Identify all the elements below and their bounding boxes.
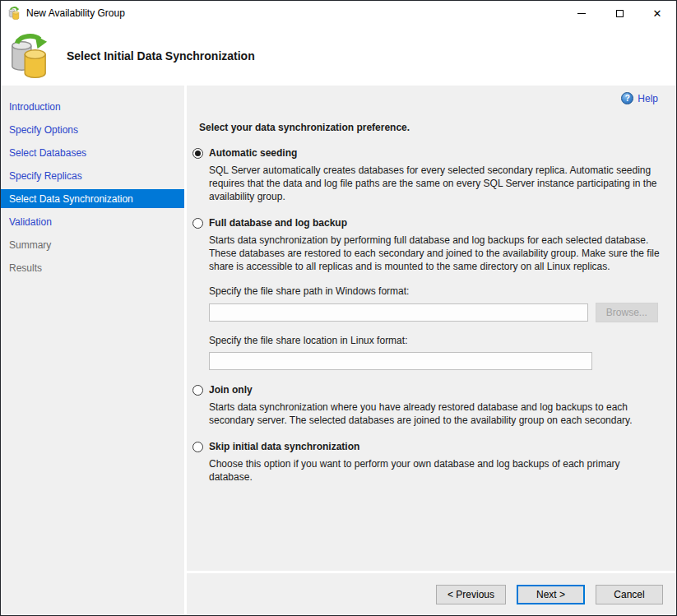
skip-sync-label: Skip initial data synchronization [209, 441, 359, 452]
full-backup-radio[interactable] [192, 218, 203, 229]
linux-share-field: Specify the file share location in Linux… [209, 335, 658, 370]
option-full-backup: Full database and log backup Starts data… [192, 217, 658, 370]
automatic-seeding-radio-row[interactable]: Automatic seeding [192, 147, 658, 159]
maximize-button[interactable] [600, 1, 638, 25]
linux-share-label: Specify the file share location in Linux… [209, 335, 658, 346]
help-link[interactable]: ? Help [621, 92, 658, 104]
cancel-button[interactable]: Cancel [596, 585, 663, 604]
content-column: ? Help Select your data synchronization … [187, 86, 676, 615]
full-backup-label: Full database and log backup [209, 217, 347, 229]
skip-sync-description: Choose this option if you want to perfor… [209, 457, 661, 484]
sync-preference-prompt: Select your data synchronization prefere… [199, 122, 658, 133]
sidebar-item-introduction[interactable]: Introduction [1, 95, 184, 118]
sidebar-item-results: Results [1, 257, 184, 280]
data-sync-databases-icon [9, 32, 49, 80]
sidebar-item-specify-options[interactable]: Specify Options [1, 118, 184, 141]
previous-button[interactable]: < Previous [436, 585, 506, 604]
page-content: ? Help Select your data synchronization … [187, 86, 676, 571]
skip-sync-radio-row[interactable]: Skip initial data synchronization [192, 441, 658, 452]
sidebar-item-validation[interactable]: Validation [1, 211, 184, 234]
browse-button[interactable]: Browse... [596, 303, 658, 322]
title-bar: New Availability Group ✕ [1, 1, 676, 25]
sidebar-item-select-databases[interactable]: Select Databases [1, 141, 184, 164]
wizard-footer: < Previous Next > Cancel [187, 571, 676, 615]
availability-group-icon [7, 7, 21, 20]
maximize-icon [616, 10, 624, 17]
help-icon: ? [621, 92, 633, 104]
wizard-header: Select Initial Data Synchronization [1, 25, 676, 86]
linux-share-input[interactable] [209, 352, 592, 370]
full-backup-description: Starts data synchronization by performin… [209, 234, 661, 273]
sidebar-item-summary: Summary [1, 234, 184, 257]
option-automatic-seeding: Automatic seeding SQL Server automatical… [192, 147, 658, 203]
sidebar-item-specify-replicas[interactable]: Specify Replicas [1, 164, 184, 188]
close-button[interactable]: ✕ [638, 1, 676, 25]
windows-share-row: Browse... [209, 303, 658, 322]
page-title: Select Initial Data Synchronization [67, 49, 255, 63]
option-skip-sync: Skip initial data synchronization Choose… [192, 441, 658, 484]
minimize-button[interactable] [563, 1, 600, 25]
linux-share-row [209, 352, 658, 370]
minimize-icon [577, 13, 586, 14]
windows-share-input[interactable] [209, 303, 588, 322]
automatic-seeding-label: Automatic seeding [209, 147, 297, 159]
join-only-description: Starts data synchronization where you ha… [209, 401, 661, 427]
windows-share-label: Specify the file share path in Windows f… [209, 285, 658, 297]
option-join-only: Join only Starts data synchronization wh… [192, 384, 658, 427]
wizard-steps-sidebar: Introduction Specify Options Select Data… [1, 86, 184, 615]
automatic-seeding-radio[interactable] [192, 148, 203, 159]
full-backup-radio-row[interactable]: Full database and log backup [192, 217, 658, 229]
window-title: New Availability Group [26, 7, 125, 19]
sidebar-item-select-data-synchronization[interactable]: Select Data Synchronization [1, 189, 184, 208]
join-only-radio-row[interactable]: Join only [192, 384, 658, 396]
automatic-seeding-description: SQL Server automatically creates databas… [209, 164, 661, 203]
next-button[interactable]: Next > [517, 585, 585, 604]
windows-share-field: Specify the file share path in Windows f… [209, 285, 658, 322]
help-row: ? Help [192, 92, 658, 104]
wizard-body: Introduction Specify Options Select Data… [1, 86, 676, 615]
close-icon: ✕ [653, 8, 662, 19]
skip-sync-radio[interactable] [192, 442, 203, 452]
caption-buttons: ✕ [563, 1, 676, 25]
join-only-label: Join only [209, 384, 253, 396]
new-availability-group-window: New Availability Group ✕ Select Initial … [0, 0, 677, 616]
help-label: Help [638, 93, 658, 104]
join-only-radio[interactable] [192, 385, 203, 396]
